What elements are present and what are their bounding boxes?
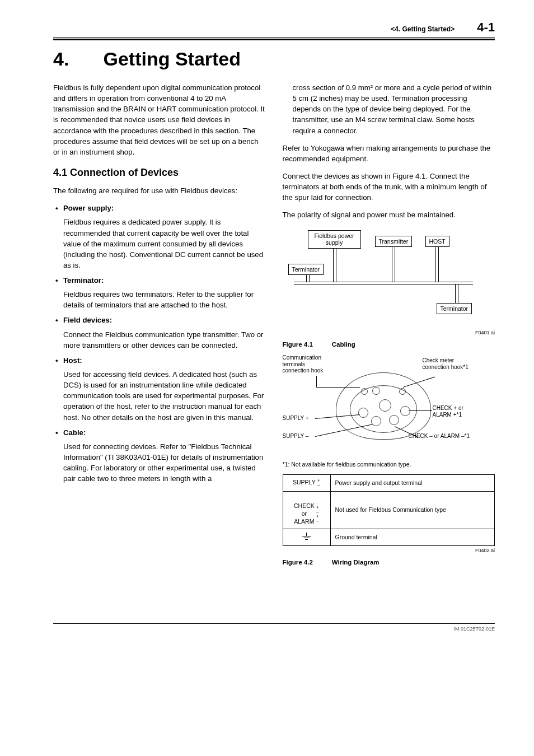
right-para-2: Connect the devices as shown in Figure 4…: [283, 171, 495, 203]
left-column: Fieldbus is fully dependent upon digital…: [53, 82, 266, 573]
bullet-body: Fieldbus requires two terminators. Refer…: [63, 289, 266, 310]
header-rule-thick: [53, 39, 495, 40]
right-column: cross section of 0.9 mm² or more and a c…: [283, 82, 495, 573]
figure-4-1-ref: F0401.ai: [283, 329, 495, 337]
section-4-1-lead: The following are required for use with …: [53, 185, 266, 196]
section-4-1-heading: 4.1 Connection of Devices: [53, 165, 266, 180]
bullet-body: Fieldbus requires a dedicated power supp…: [63, 217, 266, 270]
right-para-1: Refer to Yokogawa when making arrangemen…: [283, 143, 495, 164]
term-ground-label: [283, 529, 330, 546]
label-check-meter: Check meter connection hook*1: [423, 357, 469, 370]
bullet-body: Used for connecting devices. Refer to "F…: [63, 441, 266, 484]
header-rule-thin: [53, 37, 495, 38]
term-check-alarm-label: CHECK or ALARM+–+–: [283, 491, 330, 529]
bullet-terminator: Terminator: Fieldbus requires two termin…: [63, 275, 266, 310]
document-id: IM 01C25T02-01E: [53, 626, 495, 632]
node-host: HOST: [425, 236, 449, 248]
table-row: Ground terminal: [283, 529, 495, 546]
cable-continuation: cross section of 0.9 mm² or more and a c…: [293, 82, 495, 136]
figure-number: Figure 4.2: [283, 558, 330, 567]
bullet-head: Terminator:: [63, 275, 266, 286]
term-supply-desc: Power supply and output terminal: [330, 475, 495, 491]
figure-4-1-diagram: Fieldbus power supply Transmitter HOST T…: [283, 227, 495, 328]
bullet-head: Field devices:: [63, 315, 266, 325]
ground-icon: [302, 533, 311, 540]
chapter-number: 4.: [53, 48, 98, 70]
term-supply-label: SUPPLY+–: [283, 475, 330, 491]
figure-number: Figure 4.1: [283, 340, 330, 349]
figure-4-1-caption: Figure 4.1 Cabling: [283, 340, 495, 349]
node-terminator-left: Terminator: [288, 264, 324, 276]
intro-paragraph: Fieldbus is fully dependent upon digital…: [53, 82, 266, 157]
figure-title: Wiring Diagram: [332, 559, 380, 566]
bullet-head: Cable:: [63, 427, 266, 438]
term-name: CHECK or ALARM: [294, 502, 315, 525]
figure-4-2-caption: Figure 4.2 Wiring Diagram: [283, 558, 495, 567]
bullet-host: Host: Used for accessing field devices. …: [63, 355, 266, 423]
label-supply-plus: SUPPLY +: [283, 415, 309, 422]
bullet-power-supply: Power supply: Fieldbus requires a dedica…: [63, 203, 266, 270]
bullet-head: Power supply:: [63, 203, 266, 213]
plus-minus-icon: +–+–: [316, 505, 319, 523]
chapter-title-text: Getting Started: [103, 48, 241, 69]
figure-4-2-ref: F0402.ai: [283, 547, 495, 554]
label-check-minus: CHECK – or ALARM –*1: [409, 433, 470, 440]
terminal-table: SUPPLY+– Power supply and output termina…: [283, 474, 495, 545]
node-transmitter: Transmitter: [375, 236, 413, 248]
bullet-body: Connect the Fieldbus communication type …: [63, 329, 266, 351]
table-row: SUPPLY+– Power supply and output termina…: [283, 475, 495, 491]
node-fieldbus-power-supply: Fieldbus power supply: [308, 230, 361, 249]
node-terminator-right: Terminator: [437, 303, 472, 315]
header-breadcrumb: <4. Getting Started>: [391, 25, 455, 33]
right-para-3: The polarity of signal and power must be…: [283, 209, 495, 220]
bullet-cable: Cable: Used for connecting devices. Refe…: [63, 427, 266, 484]
bullet-body: Used for accessing field devices. A dedi…: [63, 369, 266, 423]
plus-minus-icon: +–: [317, 478, 320, 487]
chapter-title: 4. Getting Started: [53, 48, 495, 70]
bullet-head: Host:: [63, 355, 266, 366]
term-ground-desc: Ground terminal: [330, 529, 495, 546]
figure-4-2-footnote: *1: Not available for fieldbus communica…: [283, 460, 495, 469]
figure-title: Cabling: [332, 341, 355, 348]
footer-rule: [53, 623, 495, 624]
term-name: SUPPLY: [293, 479, 316, 486]
label-check-plus: CHECK + or ALARM +*1: [433, 405, 463, 418]
table-row: CHECK or ALARM+–+– Not used for Fieldbus…: [283, 491, 495, 529]
term-check-alarm-desc: Not used for Fieldbus Communication type: [330, 491, 495, 529]
page-number: 4-1: [477, 20, 495, 35]
figure-4-2-diagram: Communication terminals connection hook …: [283, 354, 495, 458]
label-comm-terminals: Communication terminals connection hook: [283, 354, 324, 374]
bullet-field-devices: Field devices: Connect the Fieldbus comm…: [63, 315, 266, 350]
label-supply-minus: SUPPLY –: [283, 433, 309, 440]
